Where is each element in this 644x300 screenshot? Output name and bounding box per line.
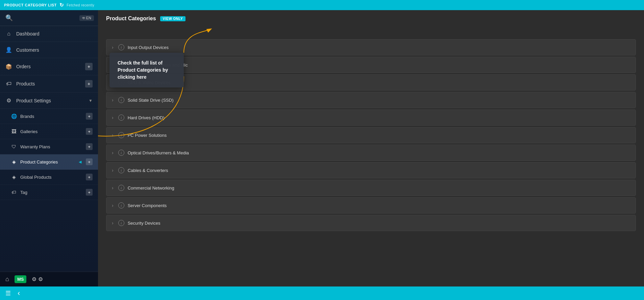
sidebar-bottom: ⌂ MS ⚙ ⚙ [0, 272, 98, 286]
category-item[interactable]: › i Security Devices [106, 215, 636, 231]
chevron-right-icon: › [112, 203, 114, 208]
sidebar-item-galleries[interactable]: 🖼 Galleries + [0, 124, 98, 139]
orders-add-button[interactable]: + [85, 63, 93, 70]
sidebar-item-label: Global Products [20, 175, 82, 180]
sidebar-item-products[interactable]: 🏷 Products + [0, 75, 98, 93]
sidebar-item-label: Products [16, 81, 81, 86]
sidebar-item-dashboard[interactable]: ⌂ Dashboard [0, 26, 98, 42]
menu-button[interactable]: ☰ [5, 290, 11, 297]
galleries-icon: 🖼 [11, 129, 17, 134]
sidebar-item-orders[interactable]: 📦 Orders + [0, 58, 98, 75]
category-name: Cables & Converters [128, 168, 168, 173]
warranty-icon: 🛡 [11, 144, 17, 149]
products-icon: 🏷 [5, 81, 12, 87]
galleries-add-button[interactable]: + [86, 128, 93, 135]
tag-add-button[interactable]: + [86, 189, 93, 196]
bottom-toolbar: ☰ ‹ [0, 286, 644, 300]
settings-gear-icon[interactable]: ⚙ ⚙ [32, 276, 43, 282]
info-icon[interactable]: i [118, 185, 124, 191]
global-products-add-button[interactable]: + [86, 174, 93, 180]
sidebar-item-label: Product Categories [20, 159, 74, 165]
fetched-label: Fetched recently [67, 3, 94, 7]
chevron-down-icon: ▼ [89, 98, 93, 103]
info-icon[interactable]: i [118, 220, 124, 226]
sidebar-item-label: Tag [20, 190, 82, 195]
sidebar-item-tag[interactable]: 🏷 Tag + [0, 185, 98, 200]
global-products-icon: ◈ [11, 174, 17, 180]
product-settings-icon: ⚙ [5, 97, 12, 104]
category-item[interactable]: › i Commercial Networking [106, 180, 636, 196]
sidebar-top: 🔍 বাং EN [0, 10, 98, 26]
products-add-button[interactable]: + [85, 80, 93, 88]
content-area: Product Categories VIEW ONLY [98, 10, 644, 286]
brands-add-button[interactable]: + [86, 113, 93, 120]
sidebar-item-warranty-plans[interactable]: 🛡 Warranty Plans + [0, 139, 98, 154]
annotation-arrow [106, 26, 636, 168]
customers-icon: 👤 [5, 47, 12, 53]
language-badge[interactable]: বাং EN [79, 15, 94, 21]
home-icon[interactable]: ⌂ [5, 276, 9, 283]
brands-icon: 🌐 [11, 114, 17, 119]
chevron-right-icon: › [112, 168, 114, 173]
sidebar-item-label: Dashboard [16, 31, 93, 36]
sidebar: 🔍 বাং EN ⌂ Dashboard 👤 Customers 📦 Order… [0, 10, 98, 286]
arrow-indicator: ◄ [78, 159, 82, 165]
ms-badge[interactable]: MS [15, 275, 27, 283]
page-title: Product Categories [106, 16, 156, 22]
sidebar-item-label: Warranty Plans [20, 144, 82, 149]
tag-icon: 🏷 [11, 190, 17, 195]
orders-icon: 📦 [5, 64, 12, 70]
page-header: Product Categories VIEW ONLY [98, 10, 644, 26]
sidebar-item-label: Galleries [20, 129, 82, 134]
dashboard-icon: ⌂ [5, 31, 12, 37]
sidebar-item-label: Orders [16, 64, 81, 69]
product-categories-icon: ◈ [11, 159, 17, 165]
refresh-icon[interactable]: ↻ [59, 2, 64, 8]
sidebar-item-customers[interactable]: 👤 Customers [0, 42, 98, 58]
category-item[interactable]: › i Server Components [106, 197, 636, 214]
info-icon[interactable]: i [118, 167, 124, 173]
sidebar-item-label: Brands [20, 114, 82, 119]
back-button[interactable]: ‹ [18, 289, 20, 298]
chevron-right-icon: › [112, 220, 114, 226]
sidebar-item-label: Customers [16, 47, 93, 53]
info-icon[interactable]: i [118, 202, 124, 208]
sidebar-item-global-products[interactable]: ◈ Global Products + [0, 170, 98, 185]
warranty-add-button[interactable]: + [86, 143, 93, 150]
page-list-title: PRODUCT CATEGORY LIST [4, 3, 57, 7]
sidebar-item-brands[interactable]: 🌐 Brands + [0, 109, 98, 124]
product-categories-add-button[interactable]: + [86, 158, 93, 165]
sidebar-item-product-settings[interactable]: ⚙ Product Settings ▼ [0, 93, 98, 109]
chevron-right-icon: › [112, 185, 114, 191]
category-name: Server Components [128, 203, 167, 208]
view-only-badge: VIEW ONLY [160, 16, 186, 21]
callout-tooltip: Check the full list of Product Categorie… [109, 53, 184, 88]
search-button[interactable]: 🔍 [4, 13, 14, 23]
category-name: Commercial Networking [128, 185, 174, 191]
sidebar-item-product-categories[interactable]: ◈ Product Categories ◄ + [0, 154, 98, 170]
category-name: Security Devices [128, 221, 160, 226]
sidebar-item-label: Product Settings [16, 98, 84, 103]
top-bar: PRODUCT CATEGORY LIST ↻ Fetched recently [0, 0, 644, 10]
